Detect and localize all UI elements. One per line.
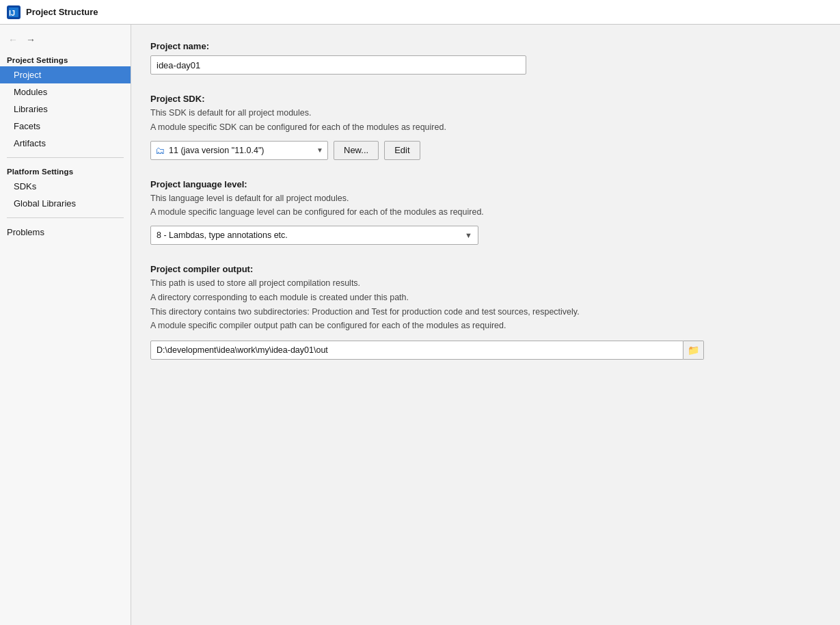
sdk-chevron-icon: ▼ [316, 146, 323, 154]
back-button[interactable]: ← [5, 33, 21, 46]
compiler-output-row: 📁 [150, 341, 821, 360]
sidebar: ← → Project Settings Project Modules Lib… [0, 25, 131, 625]
sdk-desc2: A module specific SDK can be configured … [150, 121, 821, 134]
sidebar-item-global-libraries[interactable]: Global Libraries [0, 195, 131, 212]
sidebar-item-project[interactable]: Project [0, 66, 131, 83]
project-name-label: Project name: [150, 41, 821, 51]
sidebar-item-facets[interactable]: Facets [0, 118, 131, 135]
project-name-section: Project name: [150, 41, 821, 75]
sdk-row: 🗂 11 (java version "11.0.4") ▼ New... Ed… [150, 141, 821, 160]
lang-level-title: Project language level: [150, 179, 821, 189]
sdk-desc1: This SDK is default for all project modu… [150, 107, 821, 120]
sdk-new-button[interactable]: New... [334, 141, 379, 160]
sidebar-item-modules[interactable]: Modules [0, 83, 131, 101]
sdk-dropdown[interactable]: 🗂 11 (java version "11.0.4") ▼ [150, 141, 328, 160]
compiler-desc2: A directory corresponding to each module… [150, 291, 821, 304]
sdk-section-title: Project SDK: [150, 94, 821, 104]
main-layout: ← → Project Settings Project Modules Lib… [0, 25, 840, 625]
nav-row: ← → [0, 30, 131, 52]
lang-chevron-icon: ▼ [465, 231, 472, 239]
sidebar-divider [7, 157, 124, 158]
lang-desc1: This language level is default for all p… [150, 192, 821, 205]
sidebar-divider-2 [7, 217, 124, 218]
sidebar-item-artifacts[interactable]: Artifacts [0, 135, 131, 152]
sdk-value: 11 (java version "11.0.4") [169, 146, 265, 155]
window-title: Project Structure [26, 7, 98, 17]
forward-button[interactable]: → [23, 33, 38, 46]
project-name-input[interactable] [150, 55, 526, 75]
compiler-browse-button[interactable]: 📁 [683, 341, 704, 360]
project-settings-label: Project Settings [0, 52, 131, 66]
sdk-folder-icon: 🗂 [155, 145, 165, 156]
sidebar-item-libraries[interactable]: Libraries [0, 101, 131, 118]
compiler-desc4: A module specific compiler output path c… [150, 319, 821, 332]
platform-settings-label: Platform Settings [0, 163, 131, 178]
compiler-desc3: This directory contains two subdirectori… [150, 306, 821, 319]
project-sdk-section: Project SDK: This SDK is default for all… [150, 94, 821, 160]
sdk-edit-button[interactable]: Edit [384, 141, 420, 160]
language-level-section: Project language level: This language le… [150, 179, 821, 245]
content-area: Project name: Project SDK: This SDK is d… [131, 25, 840, 625]
title-bar: IJ Project Structure [0, 0, 840, 25]
svg-text:IJ: IJ [9, 9, 15, 17]
compiler-desc1: This path is used to store all project c… [150, 277, 821, 290]
app-icon: IJ [7, 5, 21, 19]
sidebar-item-sdks[interactable]: SDKs [0, 178, 131, 195]
folder-icon: 📁 [688, 345, 699, 356]
lang-level-value: 8 - Lambdas, type annotations etc. [157, 230, 288, 240]
sidebar-item-problems[interactable]: Problems [0, 224, 131, 241]
lang-desc2: A module specific language level can be … [150, 206, 821, 219]
compiler-output-input[interactable] [150, 341, 683, 360]
compiler-output-section: Project compiler output: This path is us… [150, 264, 821, 360]
language-level-dropdown[interactable]: 8 - Lambdas, type annotations etc. ▼ [150, 226, 478, 245]
compiler-output-title: Project compiler output: [150, 264, 821, 274]
